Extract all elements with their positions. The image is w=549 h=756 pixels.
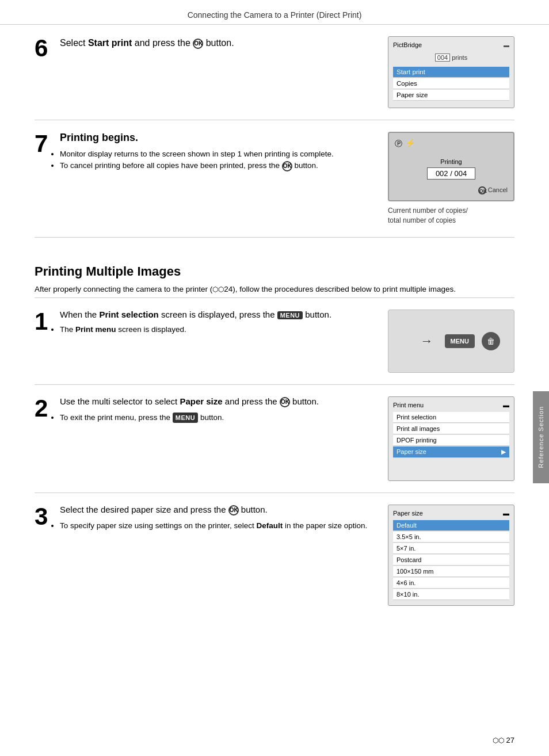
- step-7-content: Printing begins. Monitor display returns…: [60, 132, 376, 172]
- print-menu-bold: Print menu: [75, 325, 116, 334]
- paper-size-item-4x6: 4×6 in.: [393, 578, 509, 589]
- printing-screen: Ⓟ ⚡ Printing 002 / 004 OK Cancel: [388, 132, 514, 201]
- menu-button-image: MENU: [445, 334, 475, 348]
- print-menu-title: Print menu: [393, 402, 424, 408]
- step-7-bullets: Monitor display returns to the screen sh…: [60, 148, 376, 172]
- step-7-left: 7 Printing begins. Monitor display retur…: [35, 132, 376, 172]
- paper-size-screen: Paper size ▬ Default 3.5×5 in. 5×7 in. P…: [388, 505, 514, 606]
- step-3-multi-title: Select the desired paper size and press …: [60, 505, 376, 516]
- print-menu-battery: ▬: [503, 402, 509, 408]
- reference-tab-label: Reference Section: [537, 406, 544, 468]
- step-3-multi-screen: Paper size ▬ Default 3.5×5 in. 5×7 in. P…: [388, 505, 514, 606]
- step-6-section: 6 Select Start print and press the OK bu…: [35, 25, 514, 120]
- step-3-multi-bullets: To specify paper size using settings on …: [60, 520, 376, 532]
- pictbridge-screen: PictBridge ▬ 004 prints Start print Copi…: [388, 36, 514, 108]
- page-container: Connecting the Camera to a Printer (Dire…: [0, 0, 549, 756]
- step-3-multi-left: 3 Select the desired paper size and pres…: [35, 505, 376, 532]
- paper-size-bold: Paper size: [180, 396, 222, 406]
- power-icon: Ⓟ: [395, 139, 402, 149]
- step-2-multi-header: 2 Use the multi selector to select Paper…: [35, 396, 376, 423]
- menu-item-copies: Copies: [393, 78, 509, 89]
- default-bold: Default: [256, 521, 283, 530]
- printing-counter: 002 / 004: [427, 167, 475, 180]
- print-menu-screen-header: Print menu ▬: [393, 402, 509, 408]
- step-2-multi-number: 2: [35, 396, 51, 421]
- printing-cancel: OK Cancel: [395, 186, 508, 194]
- step-6-number: 6: [35, 36, 51, 60]
- print-menu-item-dpof: DPOF printing: [393, 435, 509, 446]
- page-footer: ⬡⬡ 27: [493, 736, 514, 744]
- step-6-left: 6 Select Start print and press the OK bu…: [35, 36, 376, 60]
- menu-item-start-print: Start print: [393, 67, 509, 78]
- step-1-multi-content: When the Print selection screen is displ…: [60, 310, 376, 335]
- print-menu-spacer: [393, 459, 509, 476]
- printing-label: Printing: [395, 158, 508, 165]
- print-menu-item-selection: Print selection: [393, 412, 509, 423]
- step-2-multi-bullet-1: To exit the print menu, press the MENU b…: [60, 412, 376, 423]
- step-2-multi-screen: Print menu ▬ Print selection Print all i…: [388, 396, 514, 481]
- pictbridge-battery: ▬: [504, 42, 509, 48]
- step-1-multi-image: → MENU 🗑: [388, 310, 514, 373]
- step-7-ok-icon: OK: [282, 161, 292, 171]
- step-3-multi-section: 3 Select the desired paper size and pres…: [35, 493, 514, 617]
- camera-buttons-image: → MENU 🗑: [388, 310, 514, 373]
- step-6-ok-icon: OK: [193, 39, 203, 49]
- step-6-header: 6 Select Start print and press the OK bu…: [35, 36, 376, 60]
- step-7-bullet-1: Monitor display returns to the screen sh…: [60, 148, 376, 160]
- step-3-multi-content: Select the desired paper size and press …: [60, 505, 376, 532]
- step-7-title: Printing begins.: [60, 132, 376, 144]
- footer-link-icon: ⬡⬡: [493, 736, 504, 744]
- menu-button-inline-1: MENU: [277, 311, 303, 319]
- print-selection-bold: Print selection: [99, 310, 158, 319]
- paper-size-item-8x10: 8×10 in.: [393, 589, 509, 600]
- step-3-ok-icon: OK: [228, 505, 239, 516]
- step-3-multi-bullet-1: To specify paper size using settings on …: [60, 520, 376, 532]
- step-7-header: 7 Printing begins. Monitor display retur…: [35, 132, 376, 172]
- step-1-multi-number: 1: [35, 310, 51, 334]
- paper-size-item-5x7: 5×7 in.: [393, 543, 509, 554]
- step-6-bold: Start print: [88, 38, 132, 48]
- step-2-multi-content: Use the multi selector to select Paper s…: [60, 396, 376, 423]
- cancel-label: Cancel: [488, 186, 508, 193]
- step-3-multi-header: 3 Select the desired paper size and pres…: [35, 505, 376, 532]
- step-2-multi-section: 2 Use the multi selector to select Paper…: [35, 385, 514, 493]
- step-2-multi-bullets: To exit the print menu, press the MENU b…: [60, 412, 376, 423]
- arrow-right-icon: →: [421, 334, 433, 349]
- pictbridge-menu: Start print Copies Paper size: [393, 67, 509, 101]
- paper-size-title: Paper size: [393, 510, 423, 517]
- reference-tab: Reference Section: [533, 391, 549, 483]
- main-content: 6 Select Start print and press the OK bu…: [0, 25, 549, 640]
- paper-size-item-35x5: 3.5×5 in.: [393, 532, 509, 543]
- step-6-content: Select Start print and press the OK butt…: [60, 36, 376, 50]
- print-menu-item-paper: Paper size ▶: [393, 446, 509, 458]
- pictbridge-title: PictBridge: [393, 41, 422, 48]
- printing-multiple-heading: Printing Multiple Images: [35, 264, 514, 279]
- printing-top-icons: Ⓟ ⚡: [395, 139, 508, 149]
- printing-screen-caption: Current number of copies/total number of…: [388, 206, 514, 226]
- step-6-screen: PictBridge ▬ 004 prints Start print Copi…: [388, 36, 514, 108]
- header-title: Connecting the Camera to a Printer (Dire…: [188, 10, 362, 20]
- step-7-bullet-2: To cancel printing before all copies hav…: [60, 160, 376, 171]
- step-6-title: Select Start print and press the OK butt…: [60, 36, 376, 50]
- printing-counter-wrap: 002 / 004: [395, 167, 508, 180]
- step-2-multi-title: Use the multi selector to select Paper s…: [60, 396, 376, 407]
- step-2-multi-left: 2 Use the multi selector to select Paper…: [35, 396, 376, 423]
- paper-size-item-postcard: Postcard: [393, 555, 509, 566]
- step-1-multi-section: 1 When the Print selection screen is dis…: [35, 298, 514, 385]
- pictbridge-prints: 004 prints: [393, 54, 509, 61]
- prints-count-box: 004: [435, 54, 450, 62]
- paper-size-battery: ▬: [503, 510, 509, 517]
- trash-button-image: 🗑: [482, 332, 500, 350]
- step-1-multi-left: 1 When the Print selection screen is dis…: [35, 310, 376, 335]
- print-menu-item-all: Print all images: [393, 423, 509, 434]
- step-7-number: 7: [35, 132, 51, 156]
- paper-size-screen-header: Paper size ▬: [393, 510, 509, 517]
- printing-multiple-intro: After properly connecting the camera to …: [35, 284, 514, 295]
- page-number: 27: [506, 736, 514, 744]
- step-1-multi-header: 1 When the Print selection screen is dis…: [35, 310, 376, 335]
- print-menu-screen: Print menu ▬ Print selection Print all i…: [388, 396, 514, 481]
- menu-button-inline-2: MENU: [173, 413, 198, 423]
- step-1-multi-bullets: The Print menu screen is displayed.: [60, 324, 376, 335]
- flash-icon: ⚡: [406, 139, 415, 149]
- paper-size-item-100x150: 100×150 mm: [393, 566, 509, 577]
